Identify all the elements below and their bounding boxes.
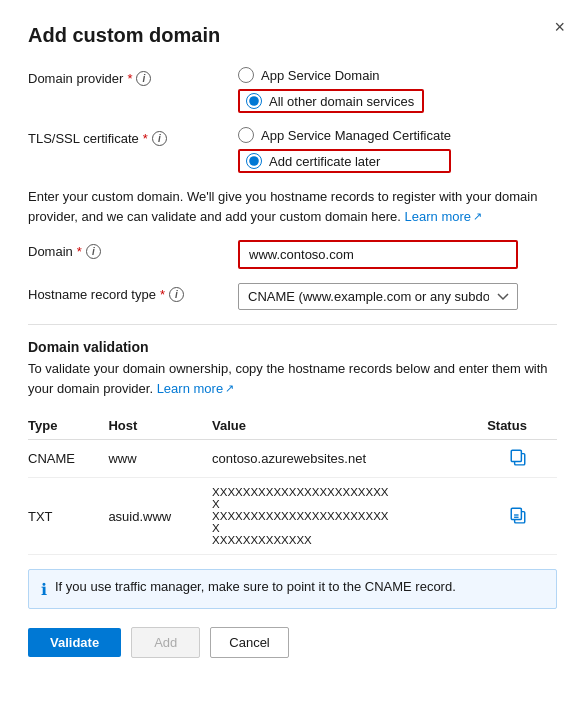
radio-app-service-domain[interactable]: App Service Domain (238, 67, 424, 83)
svg-rect-1 (511, 450, 521, 461)
dialog-title: Add custom domain (28, 24, 557, 47)
table-row: TXT asuid.www XXXXXXXXXXXXXXXXXXXXXXXX X… (28, 478, 557, 555)
col-host: Host (108, 412, 212, 440)
radio-add-cert-later-input[interactable] (246, 153, 262, 169)
txt-value-text: XXXXXXXXXXXXXXXXXXXXXXXX XXXXXXXXXXXXXXX… (212, 486, 392, 546)
validate-button[interactable]: Validate (28, 628, 121, 657)
description-block: Enter your custom domain. We'll give you… (28, 187, 557, 226)
radio-add-cert-later[interactable]: Add certificate later (246, 153, 380, 169)
hostname-required-star: * (160, 287, 165, 302)
info-bar-text: If you use traffic manager, make sure to… (55, 579, 456, 594)
domain-provider-row: Domain provider * i App Service Domain A… (28, 67, 557, 113)
radio-managed-cert-label: App Service Managed Certificate (261, 128, 451, 143)
validation-table-body: CNAME www contoso.azurewebsites.net (28, 440, 557, 555)
domain-field-label: Domain * i (28, 240, 238, 259)
add-custom-domain-dialog: Add custom domain × Domain provider * i … (0, 0, 585, 724)
close-button[interactable]: × (554, 18, 565, 36)
radio-all-other-domain[interactable]: All other domain services (246, 93, 414, 109)
cname-copy-icon[interactable] (509, 448, 527, 466)
cancel-button[interactable]: Cancel (210, 627, 288, 658)
hostname-record-type-row: Hostname record type * i CNAME (www.exam… (28, 283, 557, 310)
domain-provider-info-icon[interactable]: i (136, 71, 151, 86)
footer-buttons: Validate Add Cancel (28, 627, 557, 658)
tls-ssl-row: TLS/SSL certificate * i App Service Mana… (28, 127, 557, 173)
col-type: Type (28, 412, 108, 440)
domain-provider-options: App Service Domain All other domain serv… (238, 67, 424, 113)
radio-all-other-highlight: All other domain services (238, 89, 424, 113)
required-star: * (127, 71, 132, 86)
hostname-record-type-label: Hostname record type * i (28, 283, 238, 302)
radio-all-other-input[interactable] (246, 93, 262, 109)
domain-validation-title: Domain validation (28, 339, 557, 355)
txt-value: XXXXXXXXXXXXXXXXXXXXXXXX XXXXXXXXXXXXXXX… (212, 478, 487, 555)
radio-app-service-label: App Service Domain (261, 68, 380, 83)
validation-table: Type Host Value Status CNAME www contoso… (28, 412, 557, 555)
info-bar: ℹ If you use traffic manager, make sure … (28, 569, 557, 609)
radio-add-later-highlight: Add certificate later (238, 149, 451, 173)
radio-managed-cert[interactable]: App Service Managed Certificate (238, 127, 451, 143)
tls-ssl-label: TLS/SSL certificate * i (28, 127, 238, 146)
radio-add-cert-later-label: Add certificate later (269, 154, 380, 169)
description-learn-more-link[interactable]: Learn more ↗ (405, 207, 482, 227)
tls-ssl-options: App Service Managed Certificate Add cert… (238, 127, 451, 173)
validation-table-header: Type Host Value Status (28, 412, 557, 440)
table-row: CNAME www contoso.azurewebsites.net (28, 440, 557, 478)
domain-validation-section: Domain validation To validate your domai… (28, 339, 557, 555)
cname-type: CNAME (28, 440, 108, 478)
radio-all-other-label: All other domain services (269, 94, 414, 109)
learn-more-ext-icon: ↗ (473, 208, 482, 225)
txt-type: TXT (28, 478, 108, 555)
validation-learn-more-ext-icon: ↗ (225, 380, 234, 397)
domain-info-icon[interactable]: i (86, 244, 101, 259)
txt-status (487, 478, 557, 555)
cname-value: contoso.azurewebsites.net (212, 440, 487, 478)
hostname-info-icon[interactable]: i (169, 287, 184, 302)
txt-copy-icon[interactable] (509, 506, 527, 524)
domain-required-star: * (77, 244, 82, 259)
col-status: Status (487, 412, 557, 440)
domain-provider-label: Domain provider * i (28, 67, 238, 86)
cname-host: www (108, 440, 212, 478)
validation-learn-more-link[interactable]: Learn more ↗ (157, 379, 234, 399)
col-value: Value (212, 412, 487, 440)
cname-status (487, 440, 557, 478)
domain-input[interactable] (238, 240, 518, 269)
add-button: Add (131, 627, 200, 658)
txt-host: asuid.www (108, 478, 212, 555)
hostname-record-type-select[interactable]: CNAME (www.example.com or any subdo... A… (238, 283, 518, 310)
info-bar-icon: ℹ (41, 580, 47, 599)
tls-info-icon[interactable]: i (152, 131, 167, 146)
domain-validation-desc: To validate your domain ownership, copy … (28, 359, 557, 398)
domain-field-row: Domain * i (28, 240, 557, 269)
radio-app-service-input[interactable] (238, 67, 254, 83)
radio-managed-cert-input[interactable] (238, 127, 254, 143)
tls-required-star: * (143, 131, 148, 146)
divider (28, 324, 557, 325)
